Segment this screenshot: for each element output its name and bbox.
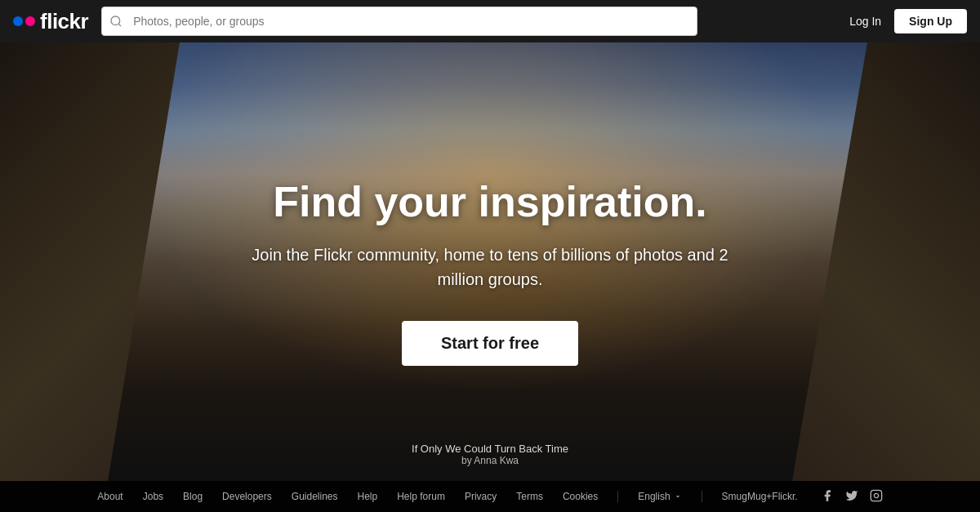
svg-point-0 [111, 16, 120, 25]
svg-line-1 [118, 24, 121, 26]
search-icon [109, 15, 122, 28]
footer-link-developers[interactable]: Developers [222, 491, 272, 502]
logo-dots [13, 16, 35, 26]
footer-divider-1 [617, 491, 618, 502]
twitter-icon[interactable] [845, 489, 858, 505]
footer: About Jobs Blog Developers Guidelines He… [0, 481, 980, 512]
social-icons [821, 489, 883, 505]
hero-subtitle: Join the Flickr community, home to tens … [245, 243, 735, 292]
smugmug-link[interactable]: SmugMug+Flickr. [722, 491, 798, 502]
signup-button[interactable]: Sign Up [894, 9, 967, 33]
footer-link-help-forum[interactable]: Help forum [397, 491, 445, 502]
login-button[interactable]: Log In [849, 15, 881, 28]
footer-divider-2 [702, 491, 702, 502]
photo-author: by Anna Kwa [412, 455, 568, 466]
header: flickr Log In Sign Up [0, 0, 980, 42]
footer-link-blog[interactable]: Blog [183, 491, 203, 502]
facebook-icon[interactable] [821, 489, 834, 505]
footer-link-terms[interactable]: Terms [516, 491, 543, 502]
hero-section: Find your inspiration. Join the Flickr c… [0, 0, 980, 512]
header-actions: Log In Sign Up [849, 9, 967, 33]
chevron-down-icon [674, 492, 682, 501]
dot-pink [25, 16, 35, 26]
photo-credit: If Only We Could Turn Back Time by Anna … [412, 443, 568, 466]
language-label: English [638, 491, 670, 502]
dot-blue [13, 16, 23, 26]
footer-link-about[interactable]: About [97, 491, 122, 502]
start-free-button[interactable]: Start for free [402, 321, 578, 366]
search-input[interactable] [101, 7, 697, 36]
instagram-icon[interactable] [870, 489, 883, 505]
footer-link-privacy[interactable]: Privacy [465, 491, 497, 502]
hero-content: Find your inspiration. Join the Flickr c… [245, 179, 735, 365]
search-bar [101, 7, 697, 36]
photo-title: If Only We Could Turn Back Time [412, 443, 568, 455]
svg-rect-2 [871, 490, 881, 501]
footer-link-cookies[interactable]: Cookies [563, 491, 598, 502]
logo-text: flickr [40, 9, 88, 34]
footer-link-guidelines[interactable]: Guidelines [292, 491, 338, 502]
footer-link-jobs[interactable]: Jobs [143, 491, 163, 502]
hero-title: Find your inspiration. [245, 179, 735, 225]
language-selector[interactable]: English [638, 491, 681, 502]
footer-link-help[interactable]: Help [358, 491, 378, 502]
logo[interactable]: flickr [13, 9, 88, 34]
